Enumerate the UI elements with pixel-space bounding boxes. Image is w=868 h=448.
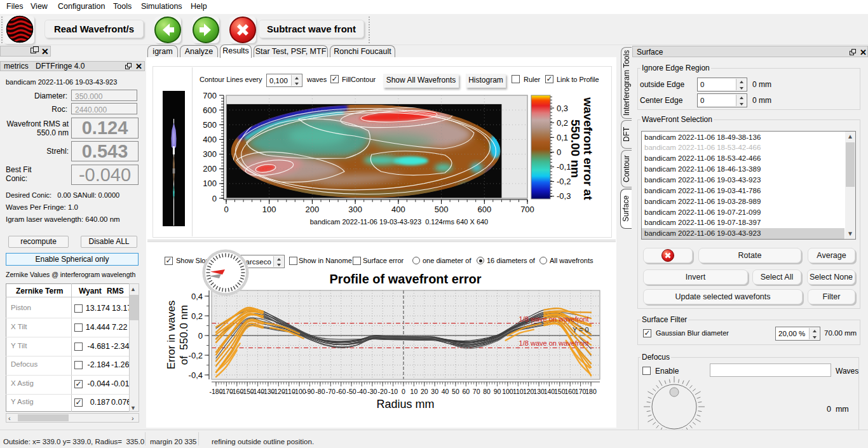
svg-text:90: 90 — [494, 388, 501, 395]
svg-text:wavefront error at: wavefront error at — [581, 97, 595, 200]
svg-text:60: 60 — [462, 388, 470, 395]
svg-text:-0,2: -0,2 — [557, 177, 571, 186]
svg-text:0,3: 0,3 — [557, 104, 568, 113]
svg-text:-50: -50 — [347, 388, 356, 395]
svg-text:0,1: 0,1 — [557, 133, 568, 142]
svg-text:400: 400 — [203, 135, 217, 144]
svg-text:40: 40 — [442, 388, 449, 395]
svg-text:550.00 nm: 550.00 nm — [569, 119, 582, 178]
svg-text:-0,3: -0,3 — [557, 191, 571, 201]
svg-text:10: 10 — [410, 388, 418, 395]
svg-text:160: 160 — [564, 388, 576, 395]
svg-text:Radius mm: Radius mm — [376, 398, 434, 411]
svg-text:180: 180 — [585, 388, 597, 395]
svg-text:100: 100 — [262, 205, 276, 214]
svg-text:-100: -100 — [293, 388, 306, 395]
svg-text:-0,4: -0,4 — [189, 370, 203, 380]
svg-text:700: 700 — [520, 205, 534, 214]
svg-text:80: 80 — [483, 388, 491, 395]
svg-text:200: 200 — [203, 164, 217, 173]
svg-text:600: 600 — [477, 205, 491, 214]
svg-text:150: 150 — [554, 388, 566, 395]
svg-text:0,4: 0,4 — [191, 292, 203, 301]
svg-text:0: 0 — [224, 205, 228, 214]
svg-text:70: 70 — [473, 388, 480, 395]
svg-text:-60: -60 — [336, 388, 346, 395]
svg-text:600: 600 — [203, 105, 217, 115]
svg-text:170: 170 — [575, 388, 587, 395]
svg-text:400: 400 — [391, 205, 405, 214]
svg-text:50: 50 — [452, 388, 459, 395]
svg-text:-80: -80 — [315, 388, 325, 395]
svg-text:140: 140 — [544, 388, 555, 395]
svg-text:-0,2: -0,2 — [189, 351, 203, 360]
svg-text:500: 500 — [435, 205, 449, 214]
svg-text:Y = 0: Y = 0 — [573, 326, 589, 334]
svg-text:0: 0 — [402, 388, 405, 395]
svg-text:700: 700 — [203, 91, 217, 100]
svg-text:100: 100 — [502, 388, 513, 395]
svg-text:-30: -30 — [367, 388, 377, 395]
svg-text:130: 130 — [533, 388, 545, 395]
svg-text:0: 0 — [212, 194, 217, 203]
svg-text:0: 0 — [198, 331, 203, 341]
svg-text:-70: -70 — [326, 388, 336, 395]
svg-text:1/8 wave on wavefront: 1/8 wave on wavefront — [519, 315, 589, 323]
svg-text:200: 200 — [306, 205, 320, 214]
svg-text:300: 300 — [203, 149, 217, 159]
svg-text:30: 30 — [431, 388, 438, 395]
svg-text:100: 100 — [203, 179, 217, 188]
svg-text:300: 300 — [348, 205, 362, 214]
svg-text:-20: -20 — [378, 388, 388, 395]
svg-text:110: 110 — [513, 388, 524, 395]
svg-text:-10: -10 — [388, 388, 398, 395]
svg-text:500: 500 — [203, 120, 217, 130]
svg-text:-90: -90 — [305, 388, 315, 395]
svg-text:1/8 wave on wavefront: 1/8 wave on wavefront — [519, 339, 589, 347]
svg-text:-40: -40 — [357, 388, 367, 395]
svg-text:0,2: 0,2 — [191, 311, 203, 321]
svg-text:0,2: 0,2 — [557, 118, 568, 128]
svg-text:20: 20 — [421, 388, 428, 395]
svg-text:120: 120 — [523, 388, 534, 395]
svg-text:bandicam 2022-11-06 19-03-43-9: bandicam 2022-11-06 19-03-43-923 0.124rm… — [310, 218, 488, 226]
svg-text:0: 0 — [557, 147, 561, 157]
